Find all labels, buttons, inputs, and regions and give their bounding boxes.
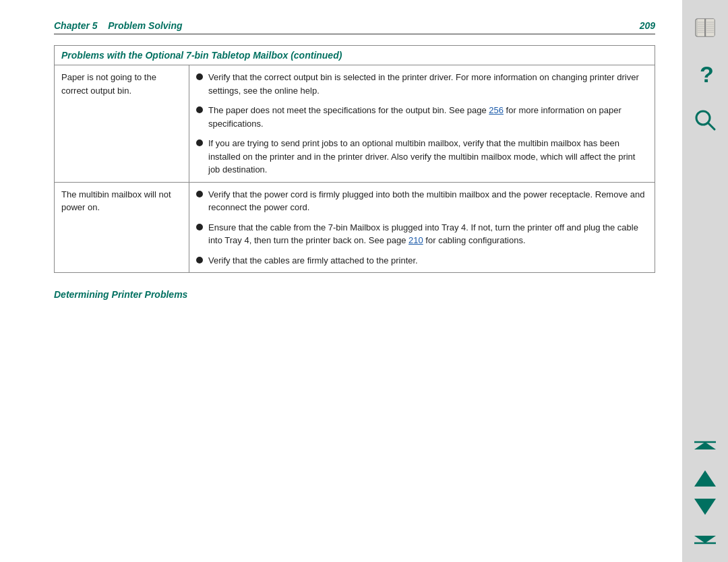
problem-cell: Paper is not going to the correct output… bbox=[55, 65, 189, 183]
page-link-210[interactable]: 210 bbox=[408, 235, 423, 245]
svg-marker-19 bbox=[694, 442, 716, 449]
first-page-button[interactable] bbox=[688, 438, 723, 462]
bullet-dot bbox=[196, 191, 203, 197]
svg-text:?: ? bbox=[700, 61, 714, 87]
prev-page-button[interactable] bbox=[688, 466, 723, 491]
svg-line-18 bbox=[708, 123, 715, 129]
svg-marker-21 bbox=[694, 470, 716, 487]
svg-marker-23 bbox=[694, 536, 716, 543]
list-item: Ensure that the cable from the 7-bin Mai… bbox=[196, 221, 648, 247]
bullet-dot bbox=[196, 257, 203, 263]
solution-list: Verify that the power cord is firmly plu… bbox=[196, 188, 648, 268]
sidebar: ? bbox=[682, 0, 728, 562]
help-icon[interactable]: ? bbox=[688, 57, 723, 92]
footer-text: Determining Printer Problems bbox=[54, 289, 655, 300]
solution-text: Verify that the power cord is firmly plu… bbox=[208, 188, 648, 214]
problem-text: Paper is not going to the correct output… bbox=[61, 72, 156, 96]
svg-marker-22 bbox=[694, 499, 716, 515]
list-item: If you are trying to send print jobs to … bbox=[196, 137, 648, 177]
section-title: Problems with the Optional 7-bin Tableto… bbox=[54, 45, 655, 65]
solution-cell: Verify that the correct output bin is se… bbox=[189, 65, 655, 183]
chapter-header: Chapter 5 Problem Solving 209 bbox=[54, 20, 655, 34]
bullet-dot bbox=[196, 139, 203, 146]
problem-table: Paper is not going to the correct output… bbox=[54, 65, 655, 273]
svg-rect-2 bbox=[706, 19, 715, 36]
search-icon[interactable] bbox=[688, 102, 723, 137]
list-item: Verify that the correct output bin is se… bbox=[196, 71, 648, 97]
list-item: The paper does not meet the specificatio… bbox=[196, 104, 648, 130]
book-icon[interactable] bbox=[688, 11, 723, 46]
next-page-button[interactable] bbox=[688, 495, 723, 519]
solution-text: Verify that the correct output bin is se… bbox=[208, 71, 648, 97]
solution-text: The paper does not meet the specificatio… bbox=[208, 104, 648, 130]
last-page-button[interactable] bbox=[688, 523, 723, 547]
svg-rect-15 bbox=[704, 19, 706, 36]
table-row: The multibin mailbox will not power on. … bbox=[55, 182, 655, 273]
chapter-page: 209 bbox=[640, 20, 655, 31]
list-item: Verify that the cables are firmly attach… bbox=[196, 254, 648, 268]
solution-text: Verify that the cables are firmly attach… bbox=[208, 254, 418, 268]
chapter-title: Chapter 5 Problem Solving bbox=[54, 20, 183, 31]
table-row: Paper is not going to the correct output… bbox=[55, 65, 655, 183]
bullet-dot bbox=[196, 106, 203, 113]
solution-text: If you are trying to send print jobs to … bbox=[208, 137, 648, 177]
main-content: Chapter 5 Problem Solving 209 Problems w… bbox=[0, 0, 682, 562]
page-link-256[interactable]: 256 bbox=[489, 105, 504, 115]
solution-text: Ensure that the cable from the 7-bin Mai… bbox=[208, 221, 648, 247]
solution-list: Verify that the correct output bin is se… bbox=[196, 71, 648, 177]
problem-cell: The multibin mailbox will not power on. bbox=[55, 182, 189, 273]
bullet-dot bbox=[196, 224, 203, 230]
problem-text: The multibin mailbox will not power on. bbox=[61, 189, 171, 213]
chapter-topic: Problem Solving bbox=[108, 20, 182, 31]
bullet-dot bbox=[196, 73, 203, 80]
chapter-number: Chapter 5 bbox=[54, 20, 98, 31]
list-item: Verify that the power cord is firmly plu… bbox=[196, 188, 648, 214]
solution-cell: Verify that the power cord is firmly plu… bbox=[189, 182, 655, 273]
